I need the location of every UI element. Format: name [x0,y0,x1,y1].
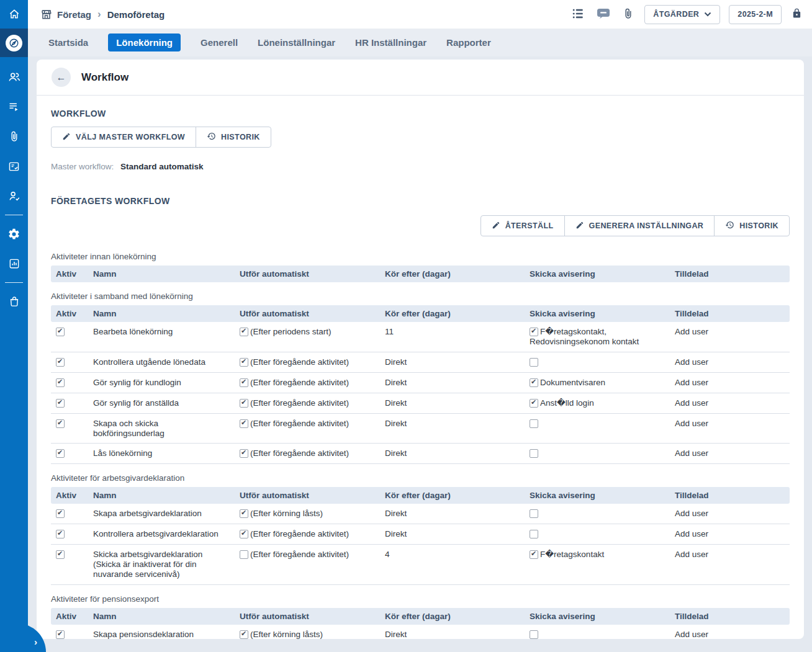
add-user-link[interactable]: Add user [675,419,708,428]
workflow-activity-groups: Aktiviteter innan lönekörningAktivNamnUt… [51,252,790,639]
column-header: Namn [93,491,240,500]
sidebar-item-navigator[interactable] [0,29,28,57]
auto-checkbox[interactable] [240,378,248,387]
auto-checkbox[interactable] [240,530,248,538]
auto-label: (Efter föregående aktivitet) [250,378,349,387]
add-user-link[interactable]: Add user [675,378,708,387]
column-header: Aktiv [56,269,93,279]
table-row: Skapa pensionsdeklaration(Efter körning … [51,625,790,639]
add-user-link[interactable]: Add user [675,449,708,458]
add-user-link[interactable]: Add user [675,327,708,336]
notify-checkbox[interactable] [530,530,538,538]
period-button[interactable]: 2025-2-M [729,5,782,24]
add-user-link[interactable]: Add user [675,550,708,559]
breadcrumb-section[interactable]: Företag [57,9,91,20]
tab-l-neinst-llningar[interactable]: Löneinställningar [258,37,335,48]
column-header: Utför automatiskt [240,309,385,318]
period-label: 2025-2-M [738,10,773,19]
add-user-link[interactable]: Add user [675,529,708,538]
active-checkbox[interactable] [56,378,65,387]
column-header: Utför automatiskt [240,491,385,500]
sidebar-item-documents[interactable] [0,151,28,181]
notify-checkbox[interactable] [530,358,538,367]
notify-checkbox[interactable] [530,419,538,428]
workflow-history-label: HISTORIK [221,133,260,141]
notify-checkbox[interactable] [530,509,538,518]
notify-checkbox[interactable] [530,630,538,639]
auto-checkbox[interactable] [240,358,248,367]
active-checkbox[interactable] [56,399,65,408]
tab-generell[interactable]: Generell [201,37,238,48]
active-checkbox[interactable] [56,449,65,458]
sidebar-item-attachments[interactable] [0,122,28,151]
settings-gear-icon [7,228,20,241]
auto-label: (Efter körning låsts) [250,509,323,518]
workflow-history-button[interactable]: HISTORIK [196,127,271,147]
active-checkbox[interactable] [56,550,65,559]
column-header: Aktiv [56,309,93,318]
back-button[interactable]: ← [52,68,71,87]
add-user-link[interactable]: Add user [675,509,708,518]
table-row: Skapa arbetsgivardeklaration(Efter körni… [51,504,790,524]
reset-button[interactable]: ÅTERSTÄLL [481,216,564,236]
auto-checkbox[interactable] [240,630,248,639]
tab-startsida[interactable]: Startsida [48,37,88,48]
attachment-button[interactable] [621,6,636,24]
notify-checkbox[interactable] [530,550,538,559]
chat-button[interactable] [595,6,612,24]
activity-name: Gör synlig för anställda [93,398,240,408]
sidebar-item-payroll[interactable] [0,92,28,122]
active-checkbox[interactable] [56,328,65,336]
activity-list-button[interactable] [570,6,586,23]
auto-checkbox[interactable] [240,399,248,408]
notify-checkbox[interactable] [530,328,538,336]
master-workflow-value: Standard automatisk [120,162,204,171]
notify-checkbox[interactable] [530,399,538,408]
company-history-label: HISTORIK [739,221,778,230]
tab-rapporter[interactable]: Rapporter [446,37,491,48]
lock-button[interactable] [790,6,803,22]
reports-chart-icon [8,257,20,270]
sidebar-item-reports[interactable] [0,249,28,279]
column-header: Tilldelad [675,612,790,621]
active-checkbox[interactable] [56,530,65,538]
notify-checkbox[interactable] [530,449,538,458]
table-row: Kontrollera arbetsgivardeklaration(Efter… [51,524,790,545]
breadcrumb: Företag › Demoföretag [40,8,165,20]
chevron-down-icon [704,10,711,19]
sidebar-item-marketplace[interactable] [0,287,28,316]
notify-checkbox[interactable] [530,378,538,387]
sidebar-item-users[interactable] [0,62,28,92]
actions-dropdown-button[interactable]: ÅTGÄRDER [644,5,720,24]
company-button-group: ÅTERSTÄLL GENERERA INSTÄLLNINGAR HISTORI… [480,215,790,236]
home-icon [8,8,20,20]
column-header: Kör efter (dagar) [385,491,530,500]
active-checkbox[interactable] [56,358,65,367]
active-checkbox[interactable] [56,509,65,518]
auto-checkbox[interactable] [240,550,248,559]
auto-checkbox[interactable] [240,328,248,336]
sidebar-item-approvals[interactable] [0,181,28,211]
table-row: Kontrollera utgående lönedata(Efter före… [51,352,790,373]
activity-name: Kontrollera utgående lönedata [93,357,240,367]
auto-checkbox[interactable] [240,449,248,458]
active-checkbox[interactable] [56,419,65,428]
sidebar-item-settings[interactable] [0,219,28,249]
generate-settings-button[interactable]: GENERERA INSTÄLLNINGAR [564,216,715,236]
company-history-button[interactable]: HISTORIK [714,216,789,236]
add-user-link[interactable]: Add user [675,630,708,639]
add-user-link[interactable]: Add user [675,357,708,367]
run-after-value: Direkt [385,449,530,458]
table-header-row: AktivNamnUtför automatisktKör efter (dag… [51,305,790,322]
auto-checkbox[interactable] [240,509,248,518]
select-master-workflow-button[interactable]: VÄLJ MASTER WORKFLOW [52,127,196,147]
company-workflow-actions: ÅTERSTÄLL GENERERA INSTÄLLNINGAR HISTORI… [51,207,790,236]
active-checkbox[interactable] [56,630,65,639]
sidebar-item-home[interactable] [0,0,28,29]
tab-l-nek-rning[interactable]: Lönekörning [108,33,181,51]
tab-hr-inst-llningar[interactable]: HR Inställningar [355,37,426,48]
run-after-value: Direkt [385,529,530,539]
add-user-link[interactable]: Add user [675,398,708,408]
auto-label: (Efter föregående aktivitet) [250,550,349,559]
auto-checkbox[interactable] [240,419,248,428]
